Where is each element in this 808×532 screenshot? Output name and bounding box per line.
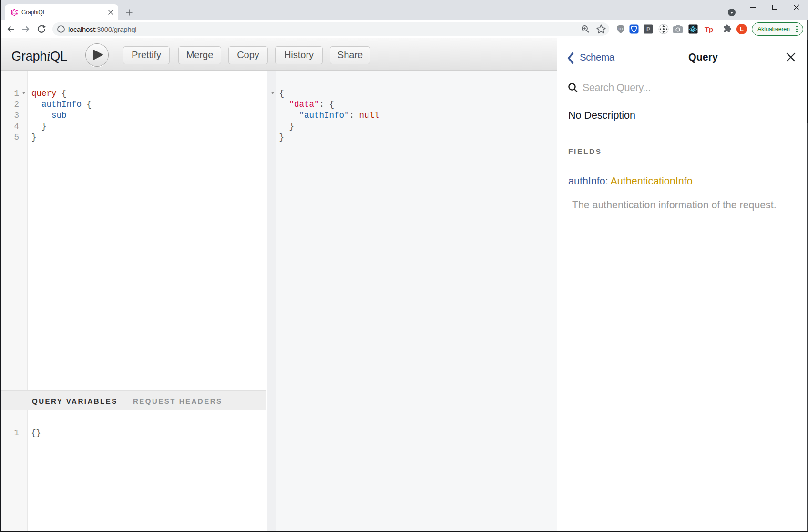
svg-text:P: P (646, 26, 650, 33)
svg-text:uO: uO (619, 27, 623, 31)
